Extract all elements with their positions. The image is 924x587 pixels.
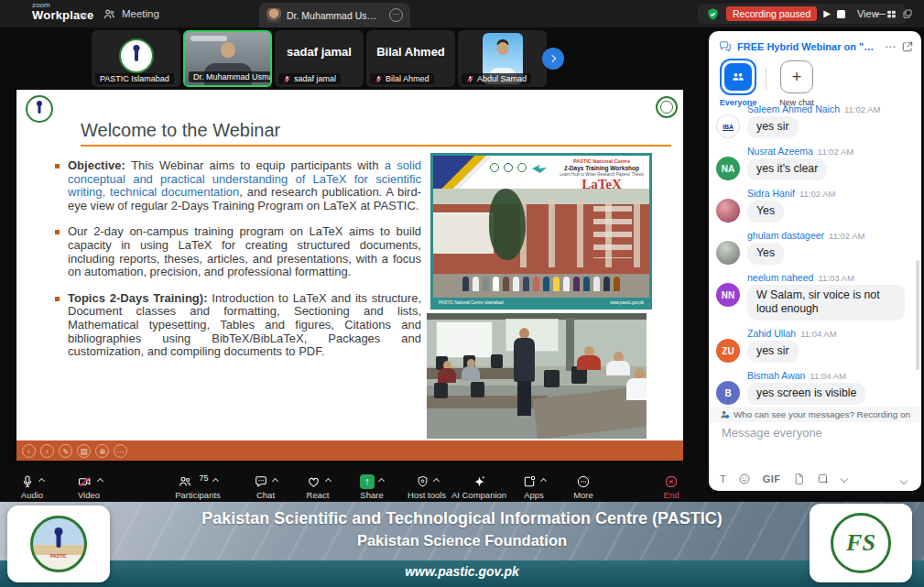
share-button[interactable]: ↑ Share xyxy=(346,473,397,500)
stop-recording-button[interactable] xyxy=(837,10,845,18)
end-button[interactable]: End xyxy=(646,473,697,500)
psf-monogram: FS xyxy=(846,529,875,557)
avatar: NN xyxy=(716,283,740,307)
more-icon: ⋯ xyxy=(114,444,127,458)
participant-name-label: Bilal Ahmed xyxy=(370,73,434,84)
participants-button[interactable]: 75 Participants xyxy=(165,473,231,500)
chat-message: B Bismah Awan11:04 AM yes screen is visi… xyxy=(716,369,918,405)
message-time: 11:03 AM xyxy=(818,273,853,283)
video-tile-dr-muhammad-usman[interactable]: Dr. Muhammad Usman xyxy=(183,30,272,87)
emoji-icon[interactable] xyxy=(738,473,751,485)
resume-recording-button[interactable]: ▶ xyxy=(823,9,831,18)
avatar: NA xyxy=(716,157,740,180)
collapse-composer-icon[interactable] xyxy=(900,477,908,484)
restore-button[interactable] xyxy=(894,0,921,27)
screenshot-icon[interactable] xyxy=(817,473,830,485)
restore-icon xyxy=(902,8,913,19)
chat-message-input[interactable] xyxy=(720,425,908,440)
chevron-up-icon[interactable] xyxy=(540,478,547,484)
file-icon[interactable] xyxy=(793,473,805,485)
divider xyxy=(766,68,766,90)
pastic-logo xyxy=(26,95,53,123)
chat-message: NN neelum naheed11:03 AM W Salam, sir vo… xyxy=(716,271,918,321)
everyone-people-icon xyxy=(730,69,746,85)
sparkle-icon xyxy=(472,474,487,489)
chat-messages[interactable]: IBA Saleem Ahmed Naich11:02 AM yes sir N… xyxy=(709,101,918,407)
mic-muted-icon xyxy=(283,75,291,83)
chat-panel: FREE Hybrid Webinar on "Research … ⋯ Eve… xyxy=(709,31,921,491)
video-tile-pastic-islamabad[interactable]: PASTIC Islamabad xyxy=(92,30,180,87)
pastic-banner: Pakistan Scientific and Technological In… xyxy=(0,502,924,587)
participant-name-label: PASTIC Islamabad xyxy=(95,73,174,84)
chevron-up-icon[interactable] xyxy=(378,478,385,484)
end-octagon-icon xyxy=(664,474,679,489)
more-button[interactable]: More xyxy=(558,473,609,500)
share-up-arrow-icon: ↑ xyxy=(360,474,375,489)
message-bubble: yes it's clear xyxy=(747,158,827,180)
bullet-objective: Objective: This Webinar aims to equip pa… xyxy=(55,159,421,212)
mic-icon xyxy=(20,474,35,489)
psf-logo: FS xyxy=(810,504,912,582)
tab-meeting[interactable]: Meeting xyxy=(103,0,159,27)
ai-companion-button[interactable]: AI Companion xyxy=(444,473,514,500)
video-tile-bilal-ahmed[interactable]: Bilal Ahmed Bilal Ahmed xyxy=(366,30,455,87)
mic-muted-icon xyxy=(466,75,474,83)
chat-message: ZU Zahid Ullah11:04 AM yes sir xyxy=(716,327,918,363)
video-tile-sadaf-jamal[interactable]: sadaf jamal sadaf jamal xyxy=(275,30,364,87)
chevron-down-icon[interactable] xyxy=(840,475,847,483)
next-participants-button[interactable] xyxy=(542,48,564,70)
message-time: 11:02 AM xyxy=(829,231,864,241)
message-time: 11:02 AM xyxy=(844,104,880,114)
minimize-button[interactable]: — xyxy=(866,0,894,27)
chat-message: ghulam dastageer11:02 AM Yes xyxy=(716,229,918,265)
security-shield-icon[interactable] xyxy=(706,7,720,21)
message-bubble: yes sir xyxy=(747,341,799,363)
plus-icon: + xyxy=(780,60,813,93)
video-tile-abdul-samad[interactable]: Abdul Samad xyxy=(458,30,547,87)
banner-title: Pakistan Scientific and Technological In… xyxy=(0,509,924,528)
message-time: 11:02 AM xyxy=(799,189,835,199)
titlebar: zoom Workplace Meeting Dr. Muhammad Usma… xyxy=(0,0,924,27)
participants-count: 75 xyxy=(199,473,208,483)
privacy-person-icon xyxy=(720,409,730,419)
workshop-poster-photo: PASTIC National Centre 2-Days Training W… xyxy=(430,153,652,310)
avatar: ZU xyxy=(716,339,740,363)
chevron-up-icon[interactable] xyxy=(432,478,439,484)
gif-icon[interactable]: GIF xyxy=(763,473,781,484)
chevron-up-icon[interactable] xyxy=(96,478,103,484)
pastic-logo-text: PASTIC xyxy=(50,553,67,559)
meeting-toolbar: Audio Video 75 Participants Chat xyxy=(0,472,708,502)
pop-out-icon[interactable] xyxy=(901,40,914,53)
chevron-up-icon[interactable] xyxy=(38,478,45,484)
slide-footer-bar: ‹ › ✎ ▤ ⊕ ⋯ xyxy=(16,440,683,461)
banner-subtitle: Pakistan Science Foundation xyxy=(0,532,924,549)
react-button[interactable]: React xyxy=(292,473,343,500)
poster-bird-logo xyxy=(532,165,547,173)
chevron-up-icon[interactable] xyxy=(324,478,331,484)
chat-more-icon[interactable]: ⋯ xyxy=(885,40,897,53)
message-sender: Saleem Ahmed Naich xyxy=(747,103,840,114)
shared-screen-tab-label: Dr. Muhammad Usman's screen xyxy=(287,10,384,21)
avatar xyxy=(716,199,740,223)
recording-notice[interactable]: Who can see your messages? Recording on xyxy=(709,407,921,422)
tab-shared-screen[interactable]: Dr. Muhammad Usman's screen ⋯ xyxy=(259,3,410,27)
audio-button[interactable]: Audio xyxy=(6,473,58,500)
format-text-icon[interactable]: T xyxy=(720,473,726,484)
poster-logos xyxy=(490,163,527,172)
more-options-icon[interactable]: ⋯ xyxy=(389,8,403,22)
chevron-right-icon xyxy=(549,55,556,62)
chat-scrollbar[interactable] xyxy=(916,260,919,370)
meeting-tab-label: Meeting xyxy=(122,8,159,19)
message-bubble: yes screen is visible xyxy=(747,383,865,405)
shield-icon xyxy=(416,474,429,489)
chat-bubbles-icon xyxy=(718,39,733,54)
apps-button[interactable]: Apps xyxy=(508,473,560,500)
psf-logo xyxy=(656,96,678,118)
previous-slide-icon: ‹ xyxy=(22,444,36,458)
chevron-up-icon[interactable] xyxy=(272,478,278,484)
chevron-up-icon[interactable] xyxy=(212,478,218,484)
participant-name-label: Dr. Muhammad Usman xyxy=(189,71,271,82)
video-button[interactable]: Video xyxy=(63,473,114,500)
notes-icon: ▤ xyxy=(77,444,91,458)
chat-button[interactable]: Chat xyxy=(240,473,291,500)
